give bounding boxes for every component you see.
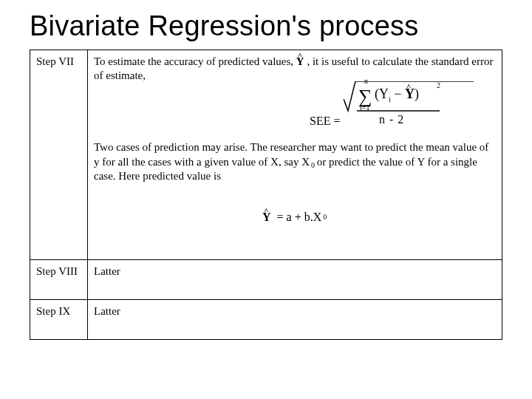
text: −: [391, 86, 405, 101]
step-body: Latter: [88, 260, 502, 300]
sub-zero: 0: [323, 213, 327, 222]
see-equation: SEE = n ∑ i=1 (Yi − ^Y) 2 n - 2: [310, 81, 480, 139]
text: = a + b.X: [277, 211, 322, 223]
step-body: Latter: [88, 300, 502, 340]
table-row: Step IX Latter: [30, 300, 502, 340]
hat-icon: ^: [264, 205, 268, 216]
step-label: Step VII: [30, 50, 88, 260]
square-exponent: 2: [437, 81, 440, 91]
sigma-lower: i=1: [360, 103, 369, 113]
sub-zero: 0: [311, 161, 315, 171]
table-row: Step VII To estimate the accuracy of pre…: [30, 50, 502, 260]
table-row: Step VIII Latter: [30, 260, 502, 300]
para-2: Two cases of prediction may arise. The r…: [94, 140, 496, 183]
yhat-symbol: ^ Y: [262, 210, 271, 225]
yhat-symbol: ^Y: [405, 86, 415, 103]
x0-symbol: X0: [301, 155, 314, 169]
yhat-symbol: ^ Y: [296, 55, 304, 69]
step-label: Step IX: [30, 300, 88, 340]
yhat-equation: ^ Y = a + b.X0: [262, 210, 326, 225]
hat-icon: ^: [298, 50, 302, 61]
text: To estimate the accuracy of predicted va…: [94, 55, 296, 67]
denominator: n - 2: [379, 112, 404, 127]
sum-term: (Yi − ^Y): [375, 86, 419, 104]
page-title: Bivariate Regression's process: [30, 10, 502, 42]
see-label: SEE =: [310, 114, 340, 129]
text: X: [301, 156, 310, 168]
slide: Bivariate Regression's process Step VII …: [0, 0, 532, 399]
step-body: To estimate the accuracy of predicted va…: [88, 50, 502, 260]
text: (Y: [375, 86, 389, 101]
text: ): [415, 86, 419, 101]
radical-group: n ∑ i=1 (Yi − ^Y) 2 n - 2: [344, 81, 475, 139]
step-label: Step VIII: [30, 260, 88, 300]
steps-table: Step VII To estimate the accuracy of pre…: [30, 50, 502, 340]
para-1: To estimate the accuracy of predicted va…: [94, 55, 496, 83]
hat-icon: ^: [406, 81, 411, 92]
